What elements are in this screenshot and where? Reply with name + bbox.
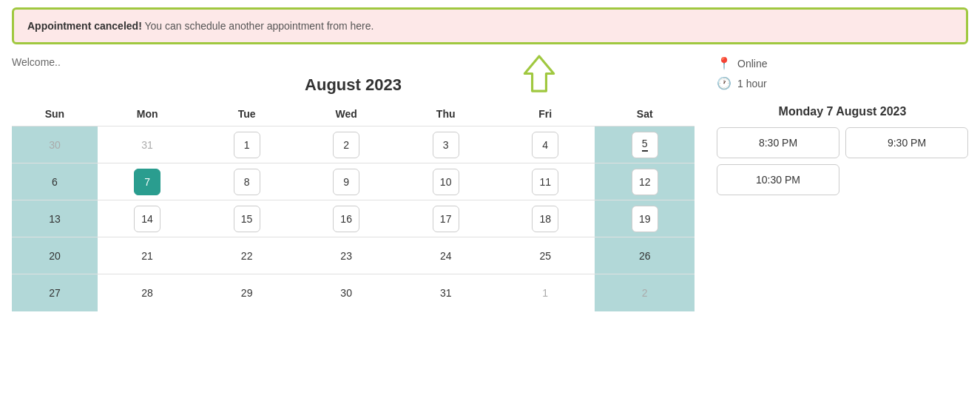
location-icon: 📍: [717, 56, 731, 70]
sidebar: 📍 Online 🕐 1 hour Monday 7 August 2023 8…: [717, 56, 968, 311]
calendar-grid: Sun Mon Tue Wed Thu Fri Sat 303112345678…: [12, 102, 695, 311]
date-btn-2[interactable]: 2: [333, 132, 359, 158]
calendar-week-1: 6789101112: [12, 163, 695, 200]
plain-num-26: 26: [639, 250, 651, 262]
day-mon: Mon: [98, 102, 197, 126]
day-wed: Wed: [297, 102, 396, 126]
date-btn-14[interactable]: 14: [134, 206, 160, 232]
cal-cell-2-4: 17: [396, 200, 496, 237]
cal-cell-1-5: 11: [496, 163, 595, 200]
plain-num-25: 25: [539, 250, 551, 262]
calendar-title: August 2023: [305, 75, 402, 95]
plain-num-6: 6: [52, 176, 58, 188]
sidebar-info: 📍 Online 🕐 1 hour: [717, 56, 968, 90]
cal-cell-3-4: 24: [396, 237, 496, 274]
plain-num-29: 29: [241, 287, 253, 299]
time-slot-3[interactable]: 10:30 PM: [717, 164, 839, 195]
plain-num-23: 23: [340, 250, 352, 262]
cal-cell-3-3: 23: [297, 237, 396, 274]
cal-cell-1-1: 7: [98, 163, 197, 200]
cal-cell-2-0: 13: [12, 200, 98, 237]
cal-cell-3-6: 26: [595, 237, 695, 274]
plain-num-30: 30: [49, 139, 61, 151]
time-slot-1[interactable]: 8:30 PM: [717, 127, 839, 158]
day-fri: Fri: [496, 102, 595, 126]
cal-cell-4-5: 1: [496, 274, 595, 311]
cal-cell-4-4: 31: [396, 274, 496, 311]
cal-cell-0-0: 30: [12, 126, 98, 163]
plain-num-27: 27: [49, 287, 61, 299]
cal-cell-1-4: 10: [396, 163, 496, 200]
cal-cell-2-2: 15: [197, 200, 297, 237]
date-btn-5[interactable]: 5: [632, 132, 658, 158]
calendar-week-2: 13141516171819: [12, 200, 695, 237]
alert-banner: Appointment canceled! You can schedule a…: [12, 7, 968, 44]
cal-cell-4-2: 29: [197, 274, 297, 311]
cal-cell-1-6: 12: [595, 163, 695, 200]
date-btn-16[interactable]: 16: [333, 206, 359, 232]
cal-cell-0-3: 2: [297, 126, 396, 163]
cal-cell-0-6: 5: [595, 126, 695, 163]
plain-num-31: 31: [141, 139, 153, 151]
cal-cell-0-2: 1: [197, 126, 297, 163]
date-btn-10[interactable]: 10: [433, 169, 459, 195]
date-btn-15[interactable]: 15: [234, 206, 260, 232]
cal-cell-4-3: 30: [297, 274, 396, 311]
cal-cell-4-1: 28: [98, 274, 197, 311]
duration-text: 1 hour: [737, 78, 767, 90]
day-sun: Sun: [12, 102, 98, 126]
date-btn-4[interactable]: 4: [532, 132, 558, 158]
cal-cell-4-0: 27: [12, 274, 98, 311]
date-btn-1[interactable]: 1: [234, 132, 260, 158]
cal-cell-1-3: 9: [297, 163, 396, 200]
alert-bold: Appointment canceled!: [27, 20, 142, 32]
date-btn-12[interactable]: 12: [632, 169, 658, 195]
clock-icon: 🕐: [717, 76, 731, 90]
plain-num-20: 20: [49, 250, 61, 262]
calendar-week-4: 272829303112: [12, 274, 695, 311]
date-btn-17[interactable]: 17: [433, 206, 459, 232]
plain-num-30: 30: [340, 287, 352, 299]
svg-marker-0: [525, 56, 554, 91]
date-btn-9[interactable]: 9: [333, 169, 359, 195]
alert-text: You can schedule another appointment fro…: [142, 20, 374, 32]
time-slots-header: Monday 7 August 2023: [717, 105, 968, 118]
up-arrow-icon: [521, 53, 558, 96]
date-btn-3[interactable]: 3: [433, 132, 459, 158]
calendar-header-row: August 2023: [12, 75, 695, 95]
plain-num-24: 24: [440, 250, 452, 262]
cal-cell-3-5: 25: [496, 237, 595, 274]
time-slot-2[interactable]: 9:30 PM: [845, 127, 968, 158]
cal-cell-0-4: 3: [396, 126, 496, 163]
cal-cell-3-2: 22: [197, 237, 297, 274]
date-btn-7[interactable]: 7: [134, 169, 160, 195]
cal-cell-0-5: 4: [496, 126, 595, 163]
duration-row: 🕐 1 hour: [717, 76, 968, 90]
time-slots-grid: 8:30 PM 9:30 PM 10:30 PM: [717, 127, 968, 195]
location-row: 📍 Online: [717, 56, 968, 70]
cal-cell-3-0: 20: [12, 237, 98, 274]
cal-cell-0-1: 31: [98, 126, 197, 163]
cal-cell-3-1: 21: [98, 237, 197, 274]
page-container: Appointment canceled! You can schedule a…: [0, 0, 980, 395]
welcome-text: Welcome..: [12, 56, 695, 68]
cal-cell-2-5: 18: [496, 200, 595, 237]
plain-num-22: 22: [241, 250, 253, 262]
plain-num-28: 28: [141, 287, 153, 299]
plain-num-2: 2: [642, 287, 648, 299]
date-btn-8[interactable]: 8: [234, 169, 260, 195]
cal-cell-4-6: 2: [595, 274, 695, 311]
plain-num-1: 1: [542, 287, 548, 299]
calendar-section: Welcome.. August 2023 Sun Mon Tue: [12, 56, 695, 311]
cal-cell-2-3: 16: [297, 200, 396, 237]
date-btn-19[interactable]: 19: [632, 206, 658, 232]
calendar-week-0: 303112345: [12, 126, 695, 163]
cal-cell-1-2: 8: [197, 163, 297, 200]
cal-cell-1-0: 6: [12, 163, 98, 200]
plain-num-13: 13: [49, 213, 61, 225]
plain-num-21: 21: [141, 250, 153, 262]
date-btn-11[interactable]: 11: [532, 169, 558, 195]
day-tue: Tue: [197, 102, 297, 126]
day-header-row: Sun Mon Tue Wed Thu Fri Sat: [12, 102, 695, 126]
date-btn-18[interactable]: 18: [532, 206, 558, 232]
